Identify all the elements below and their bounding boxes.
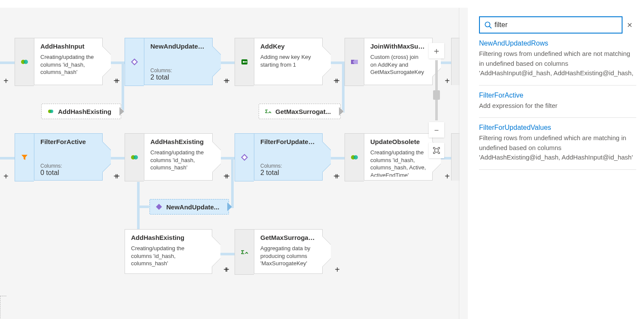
exists-icon xyxy=(155,203,163,211)
ref-label: NewAndUpdate... xyxy=(166,203,219,211)
connector xyxy=(231,158,234,208)
node-desc: Custom (cross) join on AddKey and GetMax… xyxy=(370,53,426,81)
node-filterforupdatedvalues[interactable]: + FilterForUpdatedV... Columns: 2 total … xyxy=(235,133,323,181)
add-before-icon[interactable]: + xyxy=(223,172,229,181)
filter-icon xyxy=(15,133,34,181)
surrogate-key-icon xyxy=(235,38,254,86)
node-sublabel: Columns: xyxy=(40,163,96,169)
result-desc: Add expression for the filter xyxy=(479,101,636,111)
add-before-icon[interactable]: + xyxy=(333,76,339,86)
add-before-icon[interactable]: + xyxy=(113,76,119,86)
zoom-in-button[interactable]: ＋ xyxy=(429,43,444,58)
node-column-count: 2 total xyxy=(260,169,316,177)
add-before-icon[interactable]: + xyxy=(223,76,229,86)
derived-column-icon xyxy=(125,133,144,181)
node-offscreen[interactable] xyxy=(451,38,460,85)
add-before-icon[interactable]: + xyxy=(333,172,339,181)
connector xyxy=(137,182,140,208)
svg-marker-16 xyxy=(156,204,162,210)
result-title[interactable]: FilterForUpdatedValues xyxy=(479,124,636,132)
add-after-icon[interactable]: + xyxy=(445,76,450,86)
node-icon xyxy=(451,38,460,85)
result-desc: Filtering rows from undefined which are … xyxy=(479,133,636,163)
derived-column-icon xyxy=(345,133,364,181)
node-desc: Aggregating data by producing columns 'M… xyxy=(260,245,316,270)
node-newandupdatedrows[interactable]: + NewAndUpdated... Columns: 2 total + xyxy=(125,38,213,85)
top-toolbar xyxy=(0,0,644,8)
result-title[interactable]: NewAndUpdatedRows xyxy=(479,40,636,47)
zoom-controls: ＋ － xyxy=(429,43,444,158)
node-sublabel: Columns: xyxy=(150,67,206,74)
exists-icon xyxy=(235,133,254,181)
node-desc: Adding new key Key starting from 1 xyxy=(260,53,316,81)
derived-column-icon xyxy=(15,38,34,86)
svg-point-15 xyxy=(354,155,358,160)
ref-getmaxsurrogate[interactable]: Σ GetMaxSurrogat... xyxy=(259,104,341,119)
add-after-icon[interactable]: + xyxy=(445,172,450,181)
ref-newandupdated[interactable]: NewAndUpdate... xyxy=(150,199,229,215)
zoom-slider[interactable] xyxy=(435,60,438,120)
node-joinwithmaxsurrogate[interactable]: + JoinWithMaxSurr... Custom (cross) join… xyxy=(345,38,433,85)
ref-label: AddHashExisting xyxy=(58,108,111,115)
zoom-thumb[interactable] xyxy=(433,90,440,100)
node-title: FilterForUpdatedV... xyxy=(260,138,316,145)
close-search-button[interactable]: ✕ xyxy=(623,21,636,29)
node-desc: Creating/updating the columns 'id_hash, … xyxy=(370,149,426,177)
join-icon xyxy=(345,38,364,86)
result-title[interactable]: FilterForActive xyxy=(479,92,636,99)
search-icon xyxy=(484,21,492,29)
add-before-icon[interactable]: + xyxy=(3,172,9,181)
search-box[interactable] xyxy=(479,16,623,34)
svg-point-5 xyxy=(243,61,244,63)
result-desc: Filtering rows from undefined which are … xyxy=(479,49,636,78)
add-before-icon[interactable]: + xyxy=(223,265,229,275)
node-title: AddHashInput xyxy=(40,43,96,50)
svg-point-19 xyxy=(485,22,490,27)
add-after-icon[interactable]: + xyxy=(335,265,340,275)
ref-addhashexisting[interactable]: AddHashExisting xyxy=(41,104,121,119)
node-addkey[interactable]: + AddKey Adding new key Key starting fro… xyxy=(235,38,323,85)
search-result[interactable]: FilterForUpdatedValues Filtering rows fr… xyxy=(479,118,636,170)
svg-point-8 xyxy=(50,110,53,113)
add-before-icon[interactable]: + xyxy=(3,76,9,86)
node-title: AddHashExisting xyxy=(131,234,206,241)
node-addhashexisting-b[interactable]: AddHashExisting Creating/updating the co… xyxy=(125,229,212,274)
node-title: FilterForActive xyxy=(40,138,96,145)
node-title: AddKey xyxy=(260,43,316,50)
svg-point-1 xyxy=(24,60,28,64)
node-desc: Creating/updating the columns 'id_hash, … xyxy=(131,245,206,270)
node-addhashinput[interactable]: + AddHashInput Creating/updating the col… xyxy=(15,38,103,85)
node-offscreen[interactable] xyxy=(451,133,460,181)
node-icon xyxy=(451,133,460,181)
node-column-count: 0 total xyxy=(40,169,96,177)
svg-text:Σ: Σ xyxy=(265,109,268,114)
node-filterforactive[interactable]: + FilterForActive Columns: 0 total + xyxy=(15,133,103,181)
zoom-fit-button[interactable] xyxy=(429,143,444,158)
ref-label: GetMaxSurrogat... xyxy=(275,108,331,115)
aggregate-icon: Σ xyxy=(264,107,272,115)
search-result[interactable]: NewAndUpdatedRows Filtering rows from un… xyxy=(479,34,636,86)
search-panel: ✕ NewAndUpdatedRows Filtering rows from … xyxy=(468,8,644,319)
zoom-out-button[interactable]: － xyxy=(429,122,444,138)
node-title: UpdateObsolete xyxy=(370,138,426,145)
aggregate-icon: Σ xyxy=(235,229,254,275)
svg-line-20 xyxy=(489,26,491,28)
node-column-count: 2 total xyxy=(150,74,206,81)
search-input[interactable] xyxy=(494,17,622,33)
derived-column-icon xyxy=(47,107,55,115)
node-updateobsolete[interactable]: + UpdateObsolete Creating/updating the c… xyxy=(345,133,433,181)
exists-icon xyxy=(125,38,144,86)
node-addhashexisting[interactable]: + AddHashExisting Creating/updating the … xyxy=(125,133,213,181)
collapsed-branch[interactable] xyxy=(0,296,6,319)
node-title: AddHashExisting xyxy=(150,138,206,145)
node-getmaxsurrogate[interactable]: + Σ GetMaxSurrogate... Aggregating data … xyxy=(235,229,323,274)
panel-divider[interactable] xyxy=(459,8,459,319)
svg-rect-6 xyxy=(244,61,247,62)
add-before-icon[interactable]: + xyxy=(113,172,119,181)
node-title: GetMaxSurrogate... xyxy=(260,234,316,241)
node-desc: Creating/updating the columns 'id_hash, … xyxy=(150,149,206,177)
search-result[interactable]: FilterForActive Add expression for the f… xyxy=(479,86,636,118)
node-desc: Creating/updating the columns 'id_hash, … xyxy=(40,53,96,81)
svg-rect-18 xyxy=(435,149,438,152)
node-title: JoinWithMaxSurr... xyxy=(370,43,426,50)
